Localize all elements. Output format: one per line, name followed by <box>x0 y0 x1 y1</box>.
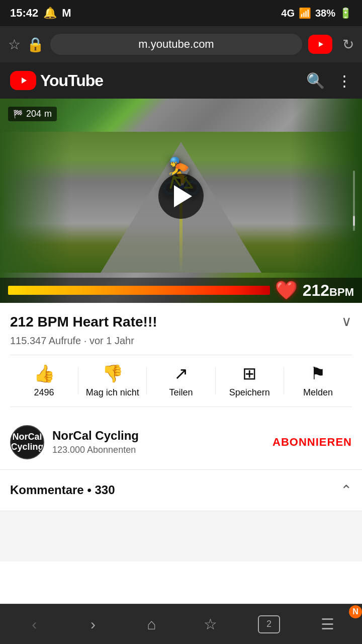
lock-icon: 🔒 <box>27 36 44 53</box>
battery-text: 38% <box>315 8 335 19</box>
bookmarks-button[interactable]: ☆ <box>181 610 240 638</box>
search-icon[interactable]: 🔍 <box>306 72 325 90</box>
channel-section: NorCal Cycling NorCal Cycling 123.000 Ab… <box>0 415 362 470</box>
video-distance-badge: 🏁 204 m <box>8 107 57 121</box>
menu-button[interactable]: ☰ N <box>298 610 357 638</box>
youtube-browser-icon[interactable] <box>308 35 332 54</box>
signal-icon: 4G <box>281 8 295 19</box>
report-label: Melden <box>303 387 333 398</box>
notification-icon: 🔔 <box>43 7 57 20</box>
channel-subscribers: 123.000 Abonnenten <box>52 445 264 455</box>
channel-name[interactable]: NorCal Cycling <box>52 429 264 443</box>
share-label: Teilen <box>169 387 193 398</box>
url-text: m.youtube.com <box>138 38 214 51</box>
flag-icon: 🏁 <box>13 109 23 119</box>
heart-rate-bar: ❤️ 212BPM <box>0 278 362 303</box>
battery-icon: 🔋 <box>339 7 352 19</box>
menu-icon: ☰ <box>321 615 334 633</box>
browser-bar: ☆ 🔒 m.youtube.com ↻ <box>0 26 362 62</box>
youtube-header: YouTube 🔍 ⋮ <box>0 62 362 99</box>
video-info: 212 BPM Heart Rate!!! ∨ 115.347 Aufrufe … <box>0 303 362 415</box>
save-icon: ⊞ <box>242 363 256 383</box>
dislike-button[interactable]: 👎 Mag ich nicht <box>78 363 146 398</box>
report-icon: ⚑ <box>310 363 325 383</box>
forward-button[interactable]: › <box>64 611 123 638</box>
badge-unit: m <box>44 109 52 119</box>
video-player[interactable]: 🚴 🏁 204 m ❤️ 212BPM <box>0 99 362 303</box>
tabs-count: 2 <box>266 619 272 629</box>
video-title-row: 212 BPM Heart Rate!!! ∨ <box>10 313 352 331</box>
heart-rate-display: 212BPM <box>303 281 354 300</box>
tabs-counter: 2 <box>258 615 280 633</box>
subscribe-button[interactable]: ABONNIEREN <box>273 436 352 449</box>
avatar-text2: Cycling <box>11 442 44 452</box>
video-title: 212 BPM Heart Rate!!! <box>10 313 336 331</box>
status-time: 15:42 <box>10 7 38 20</box>
save-button[interactable]: ⊞ Speichern <box>216 363 284 398</box>
back-icon: ‹ <box>32 616 37 633</box>
hr-progress-bar <box>8 286 270 295</box>
header-actions: 🔍 ⋮ <box>306 72 352 90</box>
heart-icon: ❤️ <box>275 280 298 301</box>
home-button[interactable]: ⌂ <box>122 611 181 638</box>
status-bar: 15:42 🔔 M 4G 📶 38% 🔋 <box>0 0 362 26</box>
bookmark-icon[interactable]: ☆ <box>8 36 21 53</box>
home-icon: ⌂ <box>147 616 156 633</box>
youtube-logo-icon <box>10 71 36 90</box>
comments-section[interactable]: Kommentare • 330 ⌃ <box>0 470 362 511</box>
like-button[interactable]: 👍 2496 <box>10 363 78 398</box>
channel-details: NorCal Cycling 123.000 Abonnenten <box>52 429 264 455</box>
share-button[interactable]: ↗ Teilen <box>147 363 215 398</box>
email-icon: M <box>62 7 71 20</box>
more-options-icon[interactable]: ⋮ <box>337 72 352 90</box>
dislike-icon: 👎 <box>102 363 123 383</box>
like-count: 2496 <box>34 387 54 398</box>
share-icon: ↗ <box>174 363 188 383</box>
channel-avatar[interactable]: NorCal Cycling <box>10 425 44 459</box>
save-label: Speichern <box>229 387 270 398</box>
bottom-content <box>0 511 362 561</box>
reload-icon[interactable]: ↻ <box>342 36 354 53</box>
tabs-button[interactable]: 2 <box>240 610 299 638</box>
bookmarks-icon: ☆ <box>204 615 217 633</box>
scroll-indicator <box>353 171 355 231</box>
youtube-logo-text: YouTube <box>40 71 103 90</box>
scroll-thumb <box>353 216 355 226</box>
video-meta: 115.347 Aufrufe · vor 1 Jahr <box>10 335 352 347</box>
comments-expand-icon[interactable]: ⌃ <box>340 482 352 499</box>
like-icon: 👍 <box>34 363 55 383</box>
wifi-icon: 📶 <box>299 7 311 19</box>
heart-rate-unit: BPM <box>329 286 354 298</box>
play-button[interactable] <box>158 174 204 219</box>
back-button[interactable]: ‹ <box>5 611 64 638</box>
video-actions: 👍 2496 👎 Mag ich nicht ↗ Teilen ⊞ Speich… <box>10 355 352 407</box>
report-button[interactable]: ⚑ Melden <box>284 363 352 398</box>
dislike-label: Mag ich nicht <box>86 387 139 398</box>
browser-actions: ↻ <box>308 35 354 54</box>
forward-icon: › <box>90 616 96 633</box>
expand-icon[interactable]: ∨ <box>341 313 352 330</box>
status-right: 4G 📶 38% 🔋 <box>281 7 352 19</box>
status-left: 15:42 🔔 M <box>10 7 71 20</box>
browser-bottom-nav: ‹ › ⌂ ☆ 2 ☰ N <box>0 604 362 644</box>
badge-distance: 204 <box>26 109 41 119</box>
heart-rate-number: 212 <box>303 281 329 299</box>
badge-letter: N <box>352 607 358 616</box>
notification-badge: N <box>349 605 362 618</box>
youtube-logo[interactable]: YouTube <box>10 71 103 90</box>
url-bar[interactable]: m.youtube.com <box>50 34 302 55</box>
comments-label: Kommentare • 330 <box>10 483 115 497</box>
avatar-text: NorCal <box>12 432 42 442</box>
